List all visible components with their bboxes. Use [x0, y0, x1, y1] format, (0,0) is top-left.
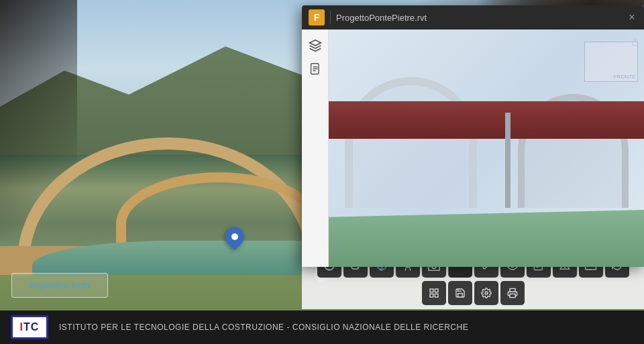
- bim-sidebar: [302, 30, 329, 267]
- pier-3d: [505, 113, 511, 208]
- title-divider: [330, 11, 331, 24]
- blueprint-sketch: FRONTE: [584, 42, 638, 82]
- road-deck-3d: [329, 101, 644, 139]
- svg-line-6: [409, 268, 410, 271]
- bottom-bar: ITC ISTITUTO PER LE TECNOLOGIE DELLA COS…: [0, 310, 644, 344]
- document-icon[interactable]: [305, 59, 326, 80]
- pin-dot: [231, 233, 238, 240]
- 3d-view-icon[interactable]: [305, 35, 326, 56]
- svg-rect-13: [430, 289, 433, 292]
- svg-point-17: [485, 292, 488, 294]
- model-container: FRONTE: [329, 30, 644, 267]
- bim-logo: F: [309, 9, 325, 25]
- svg-rect-15: [435, 294, 438, 297]
- 3d-viewer: FRONTE ⌂: [329, 30, 644, 267]
- svg-rect-18: [510, 294, 515, 297]
- itc-logo: ITC: [11, 315, 48, 339]
- home-icon[interactable]: ⌂: [631, 35, 639, 49]
- bottom-bar-text: ISTITUTO PER LE TECNOLOGIE DELLA COSTRUZ…: [59, 323, 468, 332]
- location-pin: [225, 227, 244, 251]
- close-button[interactable]: ×: [627, 12, 637, 23]
- filename-label: ProgettoPontePietre.rvt: [336, 13, 621, 23]
- title-bar: F ProgettoPontePietre.rvt ×: [302, 5, 644, 30]
- save-tool[interactable]: [448, 281, 472, 305]
- arch-left-3d: [345, 77, 477, 208]
- settings-tool[interactable]: [474, 281, 498, 305]
- bim-viewer-window: F ProgettoPontePietre.rvt ×: [302, 5, 644, 267]
- grid-tool[interactable]: [422, 281, 446, 305]
- svg-rect-16: [430, 294, 433, 297]
- svg-rect-14: [435, 289, 438, 292]
- itc-letters: ITC: [20, 321, 40, 333]
- toolbar-row-2: [422, 281, 525, 305]
- inspection-tools-button[interactable]: Inspection tools: [11, 273, 108, 298]
- svg-line-5: [405, 268, 406, 271]
- bridge-3d-model: FRONTE: [329, 30, 644, 267]
- print-tool[interactable]: [500, 281, 525, 305]
- pin-body: [221, 223, 248, 250]
